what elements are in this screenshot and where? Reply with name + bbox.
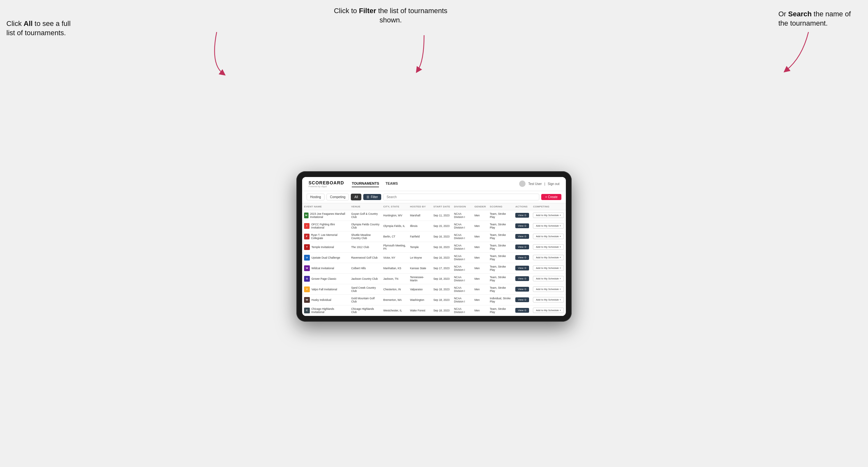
division-cell: NCAA Division I	[452, 231, 472, 242]
venue-cell: Gold Mountain Golf Club	[349, 294, 381, 305]
scoring-cell: Team, Stroke Play	[488, 210, 514, 221]
nav-tab-tournaments[interactable]: TOURNAMENTS	[352, 180, 379, 187]
gender-cell: Men	[472, 221, 488, 231]
venue-cell: Guyan Golf & Country Club	[349, 210, 381, 221]
table-row: W Husky Individual Gold Mountain Golf Cl…	[302, 294, 566, 305]
hosting-tab[interactable]: Hosting	[307, 194, 324, 200]
add-to-schedule-button[interactable]: Add to My Schedule +	[533, 286, 564, 292]
hosted-by-cell: Wake Forest	[408, 305, 431, 316]
actions-cell: View ⊙	[514, 263, 531, 273]
event-name-cell: T Temple Invitational	[302, 242, 349, 252]
hosted-by-cell: Le Moyne	[408, 252, 431, 263]
division-cell: NCAA Division I	[452, 242, 472, 252]
gender-cell: Men	[472, 263, 488, 273]
add-to-schedule-button[interactable]: Add to My Schedule +	[533, 223, 564, 228]
add-to-schedule-button[interactable]: Add to My Schedule +	[533, 276, 564, 281]
all-tab[interactable]: All	[351, 194, 361, 200]
add-to-schedule-button[interactable]: Add to My Schedule +	[533, 297, 564, 303]
table-row: C Chicago Highlands Invitational Chicago…	[302, 305, 566, 316]
scoring-cell: Team, Stroke Play	[488, 263, 514, 273]
event-name-cell: W Husky Individual	[302, 294, 349, 305]
table-row: T Temple Invitational The 1912 ClubPlymo…	[302, 242, 566, 252]
create-button[interactable]: + Create	[541, 194, 561, 200]
nav-tab-teams[interactable]: TEAMS	[385, 180, 398, 187]
competing-cell: Add to My Schedule +	[531, 294, 566, 305]
view-button[interactable]: View ⊙	[515, 266, 529, 271]
add-to-schedule-button[interactable]: Add to My Schedule +	[533, 266, 564, 271]
add-to-schedule-button[interactable]: Add to My Schedule +	[533, 308, 564, 313]
city-cell: Huntington, WV	[381, 210, 408, 221]
col-venue: VENUE	[349, 203, 381, 210]
event-name-cell: F Ryan T. Lee Memorial Collegiate	[302, 231, 349, 242]
team-logo: T	[304, 244, 310, 250]
view-icon: ⊙	[524, 256, 527, 259]
hosted-by-cell: Washington	[408, 294, 431, 305]
start-date-cell: Sep 17, 2023	[431, 263, 452, 273]
city-cell: Jackson, TN	[381, 273, 408, 284]
city-cell: Berlin, CT	[381, 231, 408, 242]
gender-cell: Men	[472, 273, 488, 284]
gender-cell: Men	[472, 284, 488, 294]
col-competing: COMPETING	[531, 203, 566, 210]
col-actions: ACTIONS	[514, 203, 531, 210]
start-date-cell: Sep 11, 2023	[431, 210, 452, 221]
team-logo: C	[304, 308, 310, 313]
view-button[interactable]: View ⊙	[515, 308, 529, 313]
actions-cell: View ⊙	[514, 242, 531, 252]
division-cell: NCAA Division I	[452, 210, 472, 221]
col-start-date: START DATE	[431, 203, 452, 210]
annotation-topright: Or Search the name of the tournament.	[778, 9, 862, 28]
hosted-by-cell: Marshall	[408, 210, 431, 221]
division-cell: NCAA Division I	[452, 294, 472, 305]
view-button[interactable]: View ⊙	[515, 298, 529, 302]
team-logo: W	[304, 297, 310, 303]
view-button[interactable]: View ⊙	[515, 255, 529, 260]
hosted-by-cell: Valparaiso	[408, 284, 431, 294]
logo-area: SCOREBOARD Powered by clippd	[309, 180, 344, 188]
team-logo: M	[304, 213, 309, 218]
start-date-cell: Sep 18, 2023	[431, 273, 452, 284]
competing-cell: Add to My Schedule +	[531, 273, 566, 284]
scoring-cell: Team, Stroke Play	[488, 231, 514, 242]
team-logo: W	[304, 266, 310, 271]
hosted-by-cell: Fairfield	[408, 231, 431, 242]
app-header: SCOREBOARD Powered by clippd TOURNAMENTS…	[302, 177, 566, 191]
add-to-schedule-button[interactable]: Add to My Schedule +	[533, 234, 564, 239]
add-to-schedule-button[interactable]: Add to My Schedule +	[533, 255, 564, 260]
division-cell: NCAA Division I	[452, 284, 472, 294]
view-button[interactable]: View ⊙	[515, 245, 529, 249]
venue-cell: The 1912 Club	[349, 242, 381, 252]
search-input[interactable]	[383, 194, 539, 200]
filter-button[interactable]: ☰ Filter	[363, 194, 381, 200]
actions-cell: View ⊙	[514, 221, 531, 231]
add-to-schedule-button[interactable]: Add to My Schedule +	[533, 213, 564, 218]
toolbar: Hosting Competing All ☰ Filter + Create	[302, 191, 566, 203]
gender-cell: Men	[472, 242, 488, 252]
team-logo: V	[304, 286, 310, 292]
venue-cell: Olympia Fields Country Club	[349, 221, 381, 231]
venue-cell: Shuttle Meadow Country Club	[349, 231, 381, 242]
competing-tab[interactable]: Competing	[327, 194, 349, 200]
event-name-cell: G Grover Page Classic	[302, 273, 349, 284]
user-avatar	[519, 181, 526, 187]
view-icon: ⊙	[524, 267, 527, 270]
competing-cell: Add to My Schedule +	[531, 231, 566, 242]
view-button[interactable]: View ⊙	[515, 223, 529, 228]
hosted-by-cell: Illinois	[408, 221, 431, 231]
scoring-cell: Individual, Stroke Play	[488, 294, 514, 305]
scoring-cell: Team, Stroke Play	[488, 273, 514, 284]
view-button[interactable]: View ⊙	[515, 213, 529, 218]
city-cell: Olympia Fields, IL	[381, 221, 408, 231]
tournaments-table: EVENT NAME VENUE CITY, STATE HOSTED BY S…	[302, 203, 566, 316]
view-button[interactable]: View ⊙	[515, 234, 529, 239]
event-name-cell: M 2023 Joe Feaganes Marshall Invitationa…	[302, 210, 349, 221]
scoring-cell: Team, Stroke Play	[488, 242, 514, 252]
start-date-cell: Sep 16, 2023	[431, 252, 452, 263]
add-to-schedule-button[interactable]: Add to My Schedule +	[533, 244, 564, 250]
view-button[interactable]: View ⊙	[515, 276, 529, 281]
sign-out-link[interactable]: Sign out	[548, 182, 559, 186]
view-button[interactable]: View ⊙	[515, 287, 529, 291]
event-name: Ryan T. Lee Memorial Collegiate	[311, 234, 348, 240]
start-date-cell: Sep 18, 2023	[431, 305, 452, 316]
venue-cell: Ravenwood Golf Club	[349, 252, 381, 263]
